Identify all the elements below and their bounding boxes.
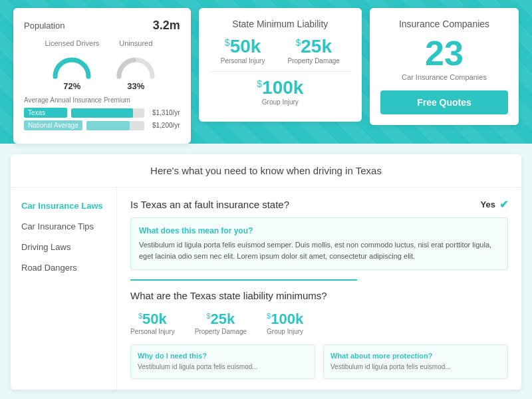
premium-title: Average Annual Insurance Premium bbox=[24, 96, 180, 104]
answer1-text: Yes bbox=[481, 200, 495, 209]
national-bar-fill bbox=[86, 121, 130, 130]
bottom-property-label: Property Damage bbox=[195, 328, 247, 335]
property-amount: $25k bbox=[288, 36, 340, 57]
population-value: 3.2m bbox=[153, 19, 180, 33]
population-card: Population 3.2m Licensed Drivers 72% Uni… bbox=[13, 8, 191, 144]
companies-count: 23 bbox=[380, 36, 508, 70]
texas-premium-row: Texas $1,310/yr bbox=[24, 108, 180, 118]
bottom-property-amount: $25k bbox=[195, 311, 247, 328]
personal-amount: $50k bbox=[221, 36, 265, 57]
question1-text: Is Texas an at fault insurance state? bbox=[130, 199, 289, 210]
answer1-container: Yes ✔ bbox=[481, 198, 508, 211]
left-nav: Car Insurance Laws Car Insurance Tips Dr… bbox=[11, 188, 117, 390]
population-title: Population bbox=[24, 21, 65, 31]
insurance-title: Insurance Companies bbox=[380, 19, 508, 29]
licensed-gauge: Licensed Drivers 72% bbox=[45, 39, 99, 91]
uninsured-gauge: Uninsured 33% bbox=[112, 39, 159, 91]
licensed-label: Licensed Drivers bbox=[45, 39, 99, 47]
info-box-3: What about more protection? Vestibulum i… bbox=[323, 344, 508, 379]
info-box-2: Why do I need this? Vestibulum id ligula… bbox=[130, 344, 315, 379]
national-bar-track bbox=[86, 121, 144, 130]
licensed-gauge-svg bbox=[49, 50, 95, 80]
bottom-personal-label: Personal Injury bbox=[130, 328, 175, 335]
bottom-header: Here's what you need to know when drivin… bbox=[11, 154, 521, 188]
group-injury-item: $100k Group Injury bbox=[209, 77, 351, 106]
info-box-2-text: Vestibulum id ligula porta felis euismod… bbox=[138, 362, 308, 372]
right-content: Is Texas an at fault insurance state? Ye… bbox=[117, 188, 521, 390]
group-amount: $100k bbox=[209, 77, 351, 98]
info-box-3-title: What about more protection? bbox=[331, 352, 501, 360]
texas-label: Texas bbox=[24, 108, 67, 118]
nav-road-dangers[interactable]: Road Dangers bbox=[11, 257, 116, 278]
info-box-3-text: Vestibulum id ligula porta felis euismod… bbox=[331, 362, 501, 372]
bottom-info-row: Why do I need this? Vestibulum id ligula… bbox=[130, 344, 508, 379]
national-premium-row: National Average $1,200/yr bbox=[24, 120, 180, 130]
check-icon: ✔ bbox=[499, 198, 508, 211]
group-label: Group Injury bbox=[209, 98, 351, 106]
bottom-section: Here's what you need to know when drivin… bbox=[11, 154, 521, 390]
personal-label: Personal Injury bbox=[221, 57, 265, 65]
uninsured-percent: 33% bbox=[127, 81, 144, 91]
free-quotes-button[interactable]: Free Quotes bbox=[380, 90, 508, 114]
info-box-1-title: What does this mean for you? bbox=[139, 226, 499, 235]
national-label: National Average bbox=[24, 120, 82, 130]
property-label: Property Damage bbox=[288, 57, 340, 65]
texas-bar-track bbox=[71, 108, 144, 118]
bottom-group-item: $100k Group Injury bbox=[267, 311, 303, 335]
bottom-content: Car Insurance Laws Car Insurance Tips Dr… bbox=[11, 188, 521, 390]
question1-row: Is Texas an at fault insurance state? Ye… bbox=[130, 198, 508, 211]
bottom-personal-amount: $50k bbox=[130, 311, 175, 328]
texas-bar-fill bbox=[71, 108, 133, 118]
bottom-personal-item: $50k Personal Injury bbox=[130, 311, 175, 335]
liability-row-bottom: $50k Personal Injury $25k Property Damag… bbox=[130, 311, 508, 335]
info-box-2-title: Why do I need this? bbox=[138, 352, 308, 360]
bottom-group-amount: $100k bbox=[267, 311, 303, 328]
texas-amount: $1,310/yr bbox=[148, 109, 180, 116]
licensed-percent: 72% bbox=[63, 81, 80, 91]
companies-sub: Car Insurance Companies bbox=[380, 73, 508, 81]
nav-car-insurance-tips[interactable]: Car Insurance Tips bbox=[11, 216, 116, 237]
liability-divider bbox=[209, 71, 351, 72]
liability-card: State Minimum Liability $50k Personal In… bbox=[199, 8, 362, 122]
section-divider bbox=[130, 279, 357, 281]
nav-car-insurance-laws[interactable]: Car Insurance Laws bbox=[11, 196, 116, 216]
info-box-1: What does this mean for you? Vestibulum … bbox=[130, 217, 508, 270]
uninsured-gauge-svg bbox=[112, 50, 159, 80]
bottom-group-label: Group Injury bbox=[267, 328, 303, 335]
property-damage-item: $25k Property Damage bbox=[288, 36, 340, 65]
uninsured-label: Uninsured bbox=[119, 39, 152, 47]
insurance-card: Insurance Companies 23 Car Insurance Com… bbox=[370, 8, 519, 125]
nav-driving-laws[interactable]: Driving Laws bbox=[11, 237, 116, 257]
top-section: Population 3.2m Licensed Drivers 72% Uni… bbox=[0, 0, 532, 144]
national-amount: $1,200/yr bbox=[148, 122, 180, 129]
info-box-1-text: Vestibulum id ligula porta felis euismod… bbox=[139, 239, 499, 261]
gauges-row: Licensed Drivers 72% Uninsured 33% bbox=[24, 39, 180, 91]
premium-section: Average Annual Insurance Premium Texas $… bbox=[24, 96, 180, 130]
question2-text: What are the Texas state liability minim… bbox=[130, 290, 508, 301]
liability-title: State Minimum Liability bbox=[209, 19, 351, 29]
liability-amounts: $50k Personal Injury $25k Property Damag… bbox=[209, 36, 351, 65]
personal-injury-item: $50k Personal Injury bbox=[221, 36, 265, 65]
bottom-property-item: $25k Property Damage bbox=[195, 311, 247, 335]
